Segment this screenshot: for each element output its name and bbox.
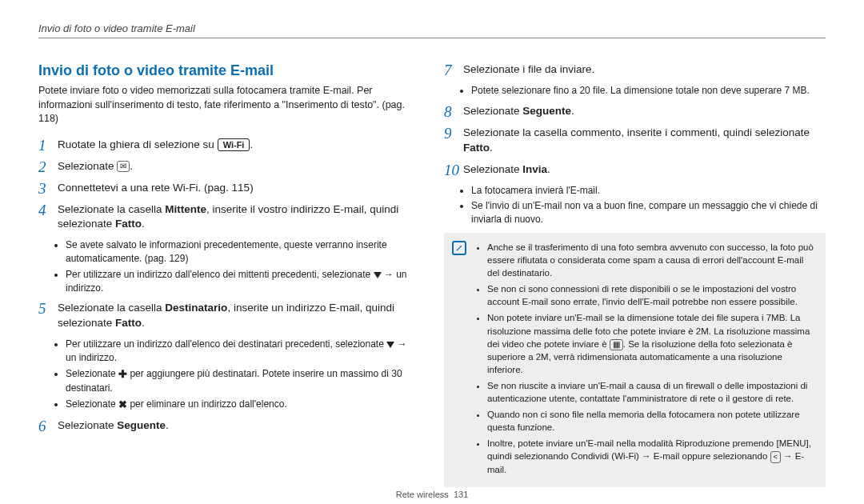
- step-7-sublist: Potete selezionare fino a 20 file. La di…: [471, 84, 826, 98]
- content-columns: Invio di foto o video tramite E-mail Pot…: [38, 62, 826, 487]
- step-text: Selezionate la casella Destinatario, ins…: [58, 301, 420, 331]
- list-item: La fotocamera invierà l'E-mail.: [471, 184, 826, 198]
- step-4-sublist: Se avete salvato le informazioni precede…: [66, 238, 420, 294]
- step-2: 2 Selezionate ✉.: [38, 159, 420, 174]
- footer-section: Rete wireless: [396, 490, 449, 499]
- list-item: Potete selezionare fino a 20 file. La di…: [471, 84, 826, 98]
- step-5: 5 Selezionate la casella Destinatario, i…: [38, 301, 420, 331]
- step-number: 5: [38, 301, 51, 331]
- chevron-down-icon: [386, 342, 394, 348]
- step-6: 6 Selezionate Seguente.: [38, 418, 420, 434]
- left-column: Invio di foto o video tramite E-mail Pot…: [38, 62, 420, 487]
- list-item: Se l'invio di un'E-mail non va a buon fi…: [471, 199, 826, 226]
- step-number: 7: [444, 62, 457, 78]
- step-8: 8 Selezionate Seguente.: [444, 104, 826, 119]
- step-7: 7 Selezionate i file da inviare.: [444, 62, 826, 78]
- step-number: 9: [444, 126, 457, 156]
- step-9: 9 Selezionate la casella commento, inser…: [444, 126, 826, 156]
- step-4: 4 Selezionate la casella Mittente, inser…: [38, 202, 420, 233]
- note-icon: ⟋: [452, 241, 466, 255]
- step-text: Selezionate ✉.: [58, 159, 133, 174]
- step-1: 1 Ruotate la ghiera di selezione su Wi-F…: [38, 138, 420, 153]
- note-callout: ⟋ Anche se il trasferimento di una foto …: [444, 233, 826, 487]
- step-text: Selezionate i file da inviare.: [463, 62, 594, 78]
- footer-page-number: 131: [454, 490, 468, 499]
- step-text: Ruotate la ghiera di selezione su Wi-Fi.: [58, 138, 253, 153]
- list-item: Anche se il trasferimento di una foto se…: [487, 241, 816, 279]
- list-item: Per utilizzare un indirizzo dall'elenco …: [66, 338, 420, 365]
- step-text: Selezionate Seguente.: [58, 418, 169, 434]
- note-list: Anche se il trasferimento di una foto se…: [487, 241, 816, 479]
- intro-paragraph: Potete inviare foto o video memorizzati …: [38, 84, 420, 126]
- step-5-sublist: Per utilizzare un indirizzo dall'elenco …: [66, 338, 420, 412]
- list-item: Selezionate ✚ per aggiungere più destina…: [66, 367, 420, 395]
- step-number: 6: [38, 418, 51, 434]
- list-item: Per utilizzare un indirizzo dall'elenco …: [66, 268, 420, 295]
- list-item: Selezionate ✖ per eliminare un indirizzo…: [66, 398, 420, 412]
- list-item: Inoltre, potete inviare un'E-mail nella …: [487, 437, 816, 475]
- list-item: Se non ci sono connessioni di rete dispo…: [487, 282, 816, 308]
- step-10: 10 Selezionate Invia.: [444, 162, 826, 178]
- step-number: 8: [444, 104, 457, 119]
- share-icon: <: [770, 451, 781, 463]
- step-text: Selezionate Invia.: [463, 162, 550, 178]
- step-number: 10: [444, 162, 457, 178]
- step-number: 3: [38, 181, 51, 196]
- section-heading: Invio di foto o video tramite E-mail: [38, 62, 420, 79]
- step-10-sublist: La fotocamera invierà l'E-mail. Se l'inv…: [471, 184, 826, 226]
- chevron-down-icon: [374, 272, 382, 278]
- page-footer: Rete wireless 131: [0, 490, 864, 499]
- step-text: Selezionate la casella Mittente, inserit…: [58, 202, 420, 233]
- step-text: Selezionate la casella commento, inserit…: [463, 126, 826, 156]
- step-number: 1: [38, 138, 51, 153]
- wifi-icon: Wi-Fi: [218, 138, 250, 151]
- header-rule: [38, 38, 826, 38]
- close-icon: ✖: [118, 398, 127, 412]
- video-res-icon: ▦: [610, 339, 623, 350]
- step-text: Connettetevi a una rete Wi-Fi. (pag. 115…: [58, 181, 254, 196]
- step-text: Selezionate Seguente.: [463, 104, 574, 119]
- email-app-icon: ✉: [117, 161, 130, 172]
- list-item: Non potete inviare un'E-mail se la dimen…: [487, 311, 816, 375]
- step-number: 2: [38, 159, 51, 174]
- list-item: Se non riuscite a inviare un'E-mail a ca…: [487, 379, 816, 405]
- right-column: 7 Selezionate i file da inviare. Potete …: [444, 62, 826, 487]
- step-number: 4: [38, 202, 51, 233]
- running-header: Invio di foto o video tramite E-mail: [38, 22, 826, 34]
- list-item: Se avete salvato le informazioni precede…: [66, 238, 420, 266]
- list-item: Quando non ci sono file nella memoria de…: [487, 408, 816, 434]
- step-3: 3 Connettetevi a una rete Wi-Fi. (pag. 1…: [38, 181, 420, 196]
- plus-icon: ✚: [118, 367, 127, 382]
